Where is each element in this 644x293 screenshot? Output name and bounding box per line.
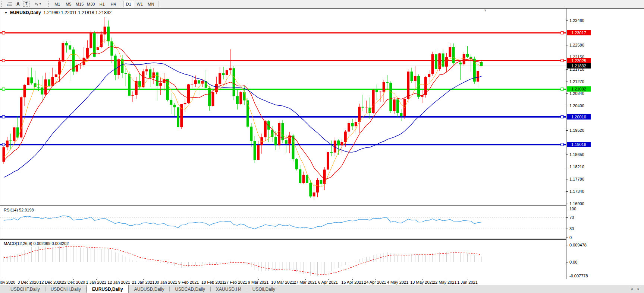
pane-separator[interactable] <box>0 239 566 239</box>
shapes-tool-icon[interactable]: ▾ <box>31 1 43 7</box>
line-handle[interactable] <box>2 143 5 146</box>
candle-body <box>187 85 190 103</box>
candle-body <box>23 85 26 97</box>
macd-chart <box>0 240 566 279</box>
candle-body <box>6 141 9 147</box>
candle-body <box>417 76 420 96</box>
candle-body <box>44 79 47 95</box>
chart-shift-marker-icon[interactable]: ▼ <box>484 9 487 12</box>
rsi-axis-label: 70 <box>569 215 574 220</box>
tab-scroll-right-icon[interactable]: ► <box>637 287 640 291</box>
candle-body <box>302 175 305 183</box>
date-label: 24 Nov 2020 <box>0 280 15 284</box>
timeframe-button-mn[interactable]: MN <box>145 1 157 7</box>
candle-body <box>149 69 151 78</box>
label-tool-icon[interactable]: T <box>23 1 30 7</box>
main-chart-pane[interactable] <box>0 9 566 205</box>
timeframe-button-m1[interactable]: M1 <box>52 1 63 7</box>
candle-body <box>250 127 252 141</box>
rsi-pane[interactable] <box>0 206 566 239</box>
tab-scroll-left-icon[interactable]: ◄ <box>630 287 633 291</box>
chart-tab-xauusd[interactable]: XAUUSD,H4 <box>211 286 247 293</box>
candle-body <box>48 79 50 86</box>
chart-tab-usdcnh[interactable]: USDCNH,Daily <box>45 286 86 293</box>
candle-body <box>180 104 183 127</box>
chart-tab-usoil[interactable]: USOil,Daily <box>247 286 280 293</box>
rsi-chart <box>0 206 566 239</box>
axis-tick <box>566 167 568 167</box>
rsi-axis-label: 0 <box>569 235 572 240</box>
current-price-badge: 1.21832 <box>567 63 591 69</box>
line-handle[interactable] <box>2 88 5 90</box>
candle-body <box>445 57 448 67</box>
candle-body <box>62 43 64 62</box>
candle-body <box>86 48 89 58</box>
candle-body <box>239 92 242 104</box>
candle-body <box>400 113 402 116</box>
line-handle[interactable] <box>561 32 563 34</box>
candle-body <box>435 54 437 69</box>
fibonacci-icon[interactable]: F <box>5 1 15 7</box>
toolbar-separator <box>158 1 159 7</box>
date-label: 6 Apr 2021 <box>318 280 338 284</box>
timeframe-button-h4[interactable]: H4 <box>108 1 119 7</box>
candle-body <box>428 74 430 77</box>
pane-separator[interactable] <box>0 205 566 206</box>
chart-title: ▼ EURUSD,Daily 1.21980 1.22011 1.21818 1… <box>4 10 111 15</box>
macd-signal-line <box>4 246 481 274</box>
line-handle[interactable] <box>561 143 563 146</box>
macd-pane[interactable] <box>0 240 566 279</box>
chart-tab-usdchf[interactable]: USDCHF,Daily <box>5 286 45 293</box>
candle-body <box>459 63 462 64</box>
time-axis[interactable]: 24 Nov 20203 Dec 202012 Dec 202022 Dec 2… <box>0 279 644 285</box>
candle-body <box>69 45 71 50</box>
candle-body <box>37 87 40 88</box>
line-handle[interactable] <box>561 88 563 90</box>
date-label: 13 May 2021 <box>410 280 434 284</box>
price-axis-label: 1.18210 <box>569 165 584 169</box>
candle-body <box>264 121 267 137</box>
candle-body <box>41 87 43 95</box>
chart-tab-audusd[interactable]: AUDUSD,Daily <box>129 286 170 293</box>
timeframe-button-m15[interactable]: M15 <box>74 1 85 7</box>
level-price-badge: 1.23017 <box>567 30 591 35</box>
toolbar-grip[interactable] <box>48 1 50 7</box>
timeframe-button-m30[interactable]: M30 <box>85 1 97 7</box>
candle-body <box>414 76 417 81</box>
fibonacci-icon: F <box>7 1 13 7</box>
axis-tick <box>566 276 568 276</box>
candle-body <box>13 127 16 141</box>
candle-body <box>274 137 277 146</box>
candle-body <box>208 88 211 106</box>
candle-body <box>299 169 301 183</box>
line-handle[interactable] <box>2 59 5 62</box>
line-handle[interactable] <box>561 115 563 118</box>
timeframe-button-m5[interactable]: M5 <box>63 1 74 7</box>
axis-tick <box>566 93 568 94</box>
level-price-badge: 1.21002 <box>567 86 591 92</box>
line-handle[interactable] <box>2 32 5 34</box>
candle-body <box>236 96 239 104</box>
chart-tab-usdcad[interactable]: USDCAD,Daily <box>170 286 210 293</box>
timeframe-button-d1[interactable]: D1 <box>123 1 134 7</box>
collapse-triangle-icon[interactable]: ▼ <box>4 11 7 15</box>
price-axis[interactable]: 1.234601.225801.221501.217101.212701.208… <box>566 9 644 279</box>
chart-tab-eurusd[interactable]: EURUSD,Daily <box>87 285 129 293</box>
timeframe-button-h1[interactable]: H1 <box>97 1 108 7</box>
level-price-badge: 1.19018 <box>567 142 591 147</box>
toolbar-grip[interactable] <box>1 1 3 7</box>
candle-body <box>9 141 12 141</box>
line-handle[interactable] <box>561 59 563 62</box>
moving-average-line <box>4 47 481 179</box>
candle-body <box>194 80 197 84</box>
macd-axis-label: -0.007778 <box>569 274 588 278</box>
candle-body <box>104 27 106 35</box>
timeframe-button-w1[interactable]: W1 <box>134 1 145 7</box>
date-label: 27 Mar 2021 <box>294 280 317 284</box>
line-handle[interactable] <box>2 115 5 118</box>
price-axis-label: 1.23460 <box>569 18 584 23</box>
candle-body <box>243 92 246 101</box>
candle-body <box>145 69 148 71</box>
text-tool-icon[interactable]: A <box>15 1 22 7</box>
candle-body <box>219 73 221 84</box>
